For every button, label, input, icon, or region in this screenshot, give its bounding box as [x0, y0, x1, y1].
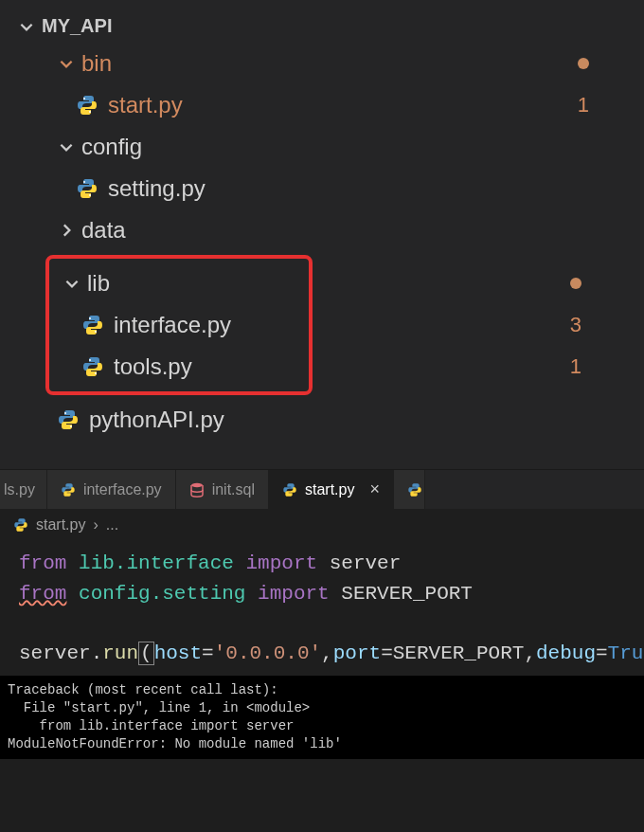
tab-label: init.sql	[212, 481, 255, 498]
terminal-line: from lib.interface import server	[8, 718, 294, 733]
root-label: MY_API	[42, 15, 112, 37]
svg-point-4	[89, 317, 91, 319]
file-pythonapi-py[interactable]: pythonAPI.py	[9, 399, 635, 441]
breadcrumb-rest: ...	[106, 516, 118, 534]
code-line-1: from lib.interface import server	[19, 549, 625, 579]
close-icon[interactable]: ×	[369, 479, 380, 499]
python-icon	[76, 94, 98, 117]
python-icon	[282, 482, 297, 497]
folder-label: data	[81, 217, 126, 244]
editor-tabs: ls.py interface.py init.sql start.py ×	[0, 469, 644, 509]
problems-badge: 1	[570, 354, 581, 379]
breadcrumb-sep: ›	[93, 516, 98, 534]
file-start-py[interactable]: start.py 1	[9, 84, 635, 126]
explorer-root[interactable]: MY_API	[9, 9, 635, 43]
svg-point-7	[95, 372, 97, 374]
svg-point-5	[95, 331, 97, 333]
terminal-line: File "start.py", line 1, in <module>	[8, 700, 310, 715]
python-icon	[407, 482, 422, 497]
file-explorer: MY_API bin start.py 1 config setting.py …	[0, 0, 644, 469]
svg-point-2	[83, 181, 85, 183]
folder-label: lib	[87, 270, 110, 297]
svg-point-10	[191, 482, 203, 486]
modified-dot-badge	[578, 58, 589, 69]
database-icon	[189, 482, 205, 497]
chevron-down-icon	[57, 54, 76, 73]
problems-badge: 1	[578, 93, 589, 118]
file-label: start.py	[108, 92, 183, 118]
python-icon	[13, 517, 28, 533]
chevron-down-icon	[63, 274, 81, 293]
folder-bin[interactable]: bin	[9, 43, 635, 84]
svg-point-9	[70, 425, 72, 427]
chevron-down-icon	[57, 137, 76, 156]
python-icon	[61, 482, 76, 497]
folder-label: bin	[81, 50, 112, 77]
python-icon	[57, 408, 80, 431]
modified-dot-badge	[570, 278, 581, 289]
tab-start-py[interactable]: start.py ×	[269, 470, 394, 509]
code-line-blank	[19, 608, 625, 639]
folder-lib[interactable]: lib	[49, 262, 309, 304]
folder-config[interactable]: config	[9, 126, 635, 168]
highlight-annotation: lib interface.py 3 tools.py 1	[45, 255, 313, 395]
svg-point-6	[89, 359, 91, 361]
file-label: tools.py	[114, 353, 192, 380]
tab-partial[interactable]	[394, 470, 425, 509]
svg-point-8	[64, 412, 66, 414]
python-icon	[76, 177, 98, 200]
tab-ls-py[interactable]: ls.py	[0, 470, 47, 509]
folder-data[interactable]: data	[9, 209, 635, 251]
python-icon	[81, 355, 104, 378]
tab-label: interface.py	[83, 481, 162, 498]
file-tools-py[interactable]: tools.py 1	[49, 346, 309, 388]
terminal-line: Traceback (most recent call last):	[8, 682, 278, 697]
chevron-down-icon	[17, 17, 36, 36]
svg-point-3	[89, 194, 91, 196]
code-editor[interactable]: from lib.interface import server from co…	[0, 541, 644, 676]
file-label: setting.py	[108, 175, 206, 202]
python-icon	[81, 314, 104, 336]
breadcrumb[interactable]: start.py › ...	[0, 509, 644, 541]
tab-interface-py[interactable]: interface.py	[47, 470, 176, 509]
file-label: interface.py	[114, 312, 231, 338]
problems-badge: 3	[570, 313, 581, 337]
file-interface-py[interactable]: interface.py 3	[49, 304, 309, 346]
tab-init-sql[interactable]: init.sql	[176, 470, 269, 509]
terminal-line: ModuleNotFoundError: No module named 'li…	[8, 736, 342, 751]
folder-label: config	[81, 134, 142, 160]
code-line-3: server.run(host='0.0.0.0',port=SERVER_PO…	[19, 639, 625, 669]
file-label: pythonAPI.py	[89, 407, 224, 433]
code-line-2: from config.setting import SERVER_PORT	[19, 579, 625, 609]
svg-point-0	[83, 98, 85, 99]
breadcrumb-file: start.py	[36, 516, 85, 534]
chevron-right-icon	[57, 221, 76, 240]
file-setting-py[interactable]: setting.py	[9, 168, 635, 209]
tab-label: start.py	[305, 481, 354, 498]
svg-point-1	[89, 111, 91, 113]
terminal-output[interactable]: Traceback (most recent call last): File …	[0, 676, 644, 759]
tab-label: ls.py	[4, 481, 35, 498]
